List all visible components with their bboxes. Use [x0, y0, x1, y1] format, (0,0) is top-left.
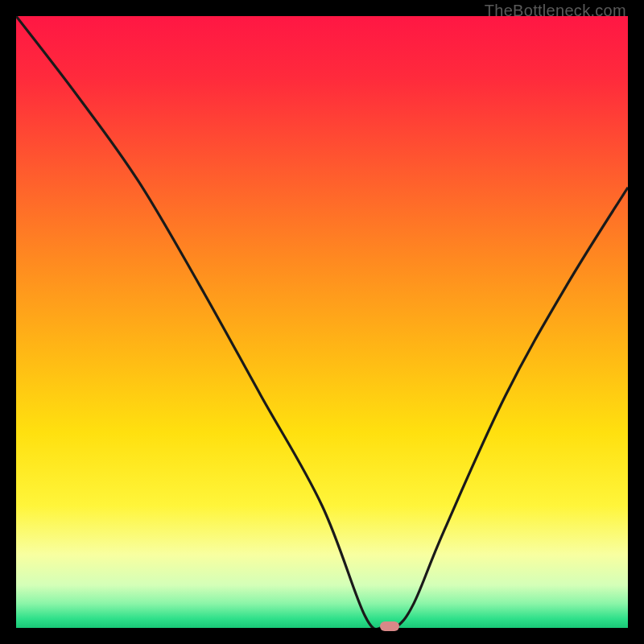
plot-area	[16, 16, 628, 628]
svg-rect-0	[16, 16, 628, 628]
chart-frame: TheBottleneck.com	[0, 0, 644, 644]
gradient-background	[16, 16, 628, 628]
optimal-marker	[380, 621, 399, 631]
watermark-text: TheBottleneck.com	[485, 2, 626, 20]
